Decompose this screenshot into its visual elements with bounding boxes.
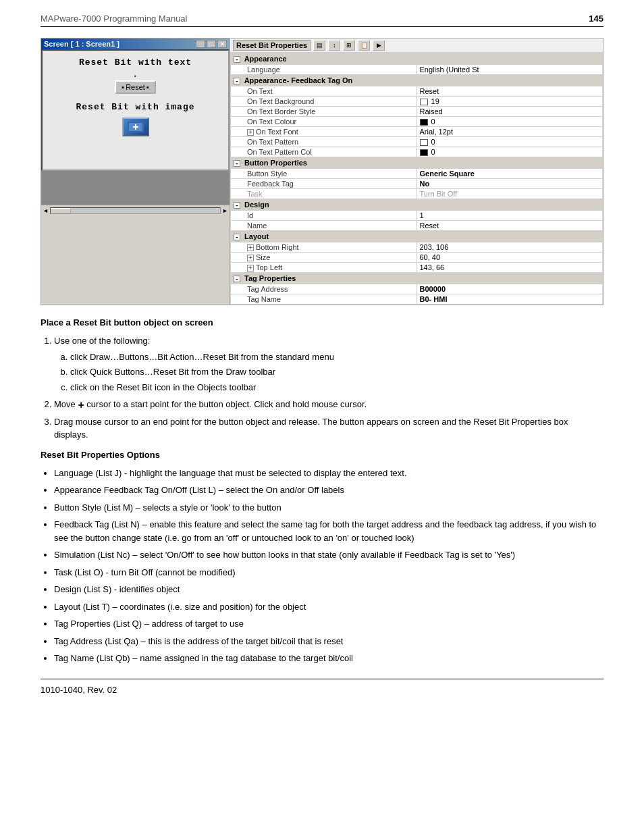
scrollbar[interactable]: ◄ ► bbox=[41, 205, 230, 215]
prop-name: Name Reset bbox=[231, 221, 603, 231]
prop-task-key: Task bbox=[231, 189, 417, 199]
props-btn-1[interactable]: ▤ bbox=[313, 40, 325, 51]
prop-feedback-tag-key: Feedback Tag bbox=[231, 179, 417, 189]
reset-text-label: Reset Bit with text bbox=[49, 57, 221, 68]
reset-image-demo bbox=[49, 118, 221, 136]
collapse-design[interactable]: - bbox=[234, 202, 240, 209]
reset-btn-dot-left: ▪ bbox=[122, 83, 124, 91]
titlebar-buttons: _ □ ✕ bbox=[196, 40, 227, 48]
step-3-text: Drag mouse cursor to an end point for th… bbox=[54, 417, 568, 440]
prop-bottom-right: +Bottom Right 203, 106 bbox=[231, 242, 603, 253]
bullet-11: Tag Name (List Qb) – name assigned in th… bbox=[54, 652, 603, 665]
reset-image-icon bbox=[128, 122, 144, 132]
section-layout: - Layout bbox=[231, 231, 603, 242]
minimize-btn[interactable]: _ bbox=[196, 40, 205, 48]
bullet-5: Simulation (List Nc) – select 'On/Off' t… bbox=[54, 548, 603, 562]
gray-area bbox=[41, 171, 230, 205]
prop-on-text: On Text Reset bbox=[231, 86, 603, 97]
prop-tag-name: Tag Name B0- HMI bbox=[231, 294, 603, 305]
heading-options: Reset Bit Properties Options bbox=[41, 450, 603, 460]
prop-size: +Size 60, 40 bbox=[231, 253, 603, 263]
props-btn-4[interactable]: 📋 bbox=[358, 40, 370, 51]
reset-demo-button[interactable]: ▪ Reset ▪ bbox=[115, 80, 156, 94]
bullet-2-text: Appearance Feedback Tag On/Off (List L) … bbox=[54, 485, 344, 495]
prop-tag-name-val: B0- HMI bbox=[417, 294, 603, 305]
page-number: 145 bbox=[589, 14, 603, 24]
expand-bottom-right[interactable]: + bbox=[247, 244, 254, 251]
prop-on-text-font-key: +On Text Font bbox=[231, 127, 417, 137]
prop-on-text-bg-val: 19 bbox=[417, 97, 603, 107]
bullet-8: Layout (List T) – coordinates (i.e. size… bbox=[54, 600, 603, 614]
prop-language: Language English (United St bbox=[231, 65, 603, 75]
collapse-layout[interactable]: - bbox=[234, 234, 240, 240]
substeps-list: click Draw…Buttons…Bit Action…Reset Bit … bbox=[70, 350, 603, 394]
collapse-feedback-on[interactable]: - bbox=[234, 78, 240, 84]
prop-on-text-colour-val: 0 bbox=[417, 117, 603, 127]
prop-id: Id 1 bbox=[231, 211, 603, 221]
pattern-col-swatch bbox=[420, 149, 428, 156]
colour-swatch bbox=[420, 119, 428, 126]
maximize-btn[interactable]: □ bbox=[207, 40, 216, 48]
heading-place: Place a Reset Bit button object on scree… bbox=[41, 317, 603, 328]
scroll-right-arrow[interactable]: ► bbox=[222, 207, 228, 214]
prop-on-text-font-val: Arial, 12pt bbox=[417, 127, 603, 137]
screen-title: Screen [ 1 : Screen1 ] bbox=[44, 40, 119, 48]
bullet-6: Task (List O) - turn Bit Off (cannot be … bbox=[54, 566, 603, 579]
step-2-text-before: Move bbox=[54, 399, 78, 409]
prop-id-key: Id bbox=[231, 211, 417, 221]
prop-on-text-colour: On Text Colour 0 bbox=[231, 117, 603, 127]
scrollbar-track[interactable] bbox=[50, 207, 221, 214]
bullet-4: Feedback Tag (List N) – enable this feat… bbox=[54, 518, 603, 544]
props-table: - Appearance Language English (United St… bbox=[230, 53, 603, 305]
bullet-1-text: Language (List J) - highlight the langua… bbox=[54, 468, 407, 478]
section-tag-props-label: Tag Properties bbox=[244, 274, 296, 282]
page-footer: 1010-1040, Rev. 02 bbox=[41, 679, 603, 695]
section-layout-label: Layout bbox=[244, 232, 269, 240]
section-button-props-label: Button Properties bbox=[244, 159, 307, 167]
reset-image-button[interactable] bbox=[122, 118, 149, 136]
scrollbar-thumb[interactable] bbox=[51, 208, 71, 213]
props-btn-3[interactable]: ⊞ bbox=[343, 40, 355, 51]
prop-name-val: Reset bbox=[417, 221, 603, 231]
prop-on-text-pattern-val: 0 bbox=[417, 137, 603, 147]
props-btn-2[interactable]: ↕ bbox=[328, 40, 340, 51]
prop-top-left-key: +Top Left bbox=[231, 263, 417, 273]
reset-image-label: Reset Bit with image bbox=[49, 102, 221, 112]
prop-on-text-border: On Text Border Style Raised bbox=[231, 107, 603, 117]
collapse-tag-props[interactable]: - bbox=[234, 276, 240, 282]
section-feedback-on-label: Appearance- Feedback Tag On bbox=[244, 76, 353, 84]
prop-on-text-val: Reset bbox=[417, 86, 603, 97]
expand-top-left[interactable]: + bbox=[247, 265, 254, 271]
props-btn-5[interactable]: ▶ bbox=[373, 40, 385, 51]
prop-on-text-key: On Text bbox=[231, 86, 417, 97]
reset-button-demo: ▪ ▪ Reset ▪ bbox=[49, 73, 221, 94]
bullet-5-text: Simulation (List Nc) – select 'On/Off' t… bbox=[54, 550, 515, 560]
scroll-left-arrow[interactable]: ◄ bbox=[43, 207, 49, 214]
prop-on-text-pattern-key: On Text Pattern bbox=[231, 137, 417, 147]
screen-inner: Reset Bit with text ▪ ▪ Reset ▪ Reset Bi… bbox=[41, 49, 230, 171]
prop-size-key: +Size bbox=[231, 253, 417, 263]
reset-btn-label: Reset bbox=[126, 83, 145, 91]
collapse-appearance[interactable]: - bbox=[234, 56, 240, 63]
prop-feedback-tag: Feedback Tag No bbox=[231, 179, 603, 189]
close-btn[interactable]: ✕ bbox=[217, 40, 227, 48]
prop-bottom-right-key: +Bottom Right bbox=[231, 242, 417, 253]
prop-tag-address-val: B00000 bbox=[417, 284, 603, 294]
prop-size-val: 60, 40 bbox=[417, 253, 603, 263]
prop-name-key: Name bbox=[231, 221, 417, 231]
collapse-button-props[interactable]: - bbox=[234, 160, 240, 167]
substep-a-text: click Draw…Buttons…Bit Action…Reset Bit … bbox=[70, 352, 334, 362]
bullet-3-text: Button Style (List M) – selects a style … bbox=[54, 502, 281, 513]
prop-button-style-val: Generic Square bbox=[417, 169, 603, 179]
section-feedback-on: - Appearance- Feedback Tag On bbox=[231, 75, 603, 86]
bullet-10: Tag Address (List Qa) – this is the addr… bbox=[54, 635, 603, 648]
prop-on-text-border-val: Raised bbox=[417, 107, 603, 117]
prop-on-text-colour-key: On Text Colour bbox=[231, 117, 417, 127]
section-tag-props: - Tag Properties bbox=[231, 273, 603, 284]
expand-size[interactable]: + bbox=[247, 255, 254, 261]
bullet-7: Design (List S) - identifies object bbox=[54, 583, 603, 596]
expand-font[interactable]: + bbox=[247, 129, 254, 136]
bullet-list: Language (List J) - highlight the langua… bbox=[54, 467, 603, 665]
bullet-9-text: Tag Properties (List Q) – address of tar… bbox=[54, 619, 244, 629]
bullet-1: Language (List J) - highlight the langua… bbox=[54, 467, 603, 480]
